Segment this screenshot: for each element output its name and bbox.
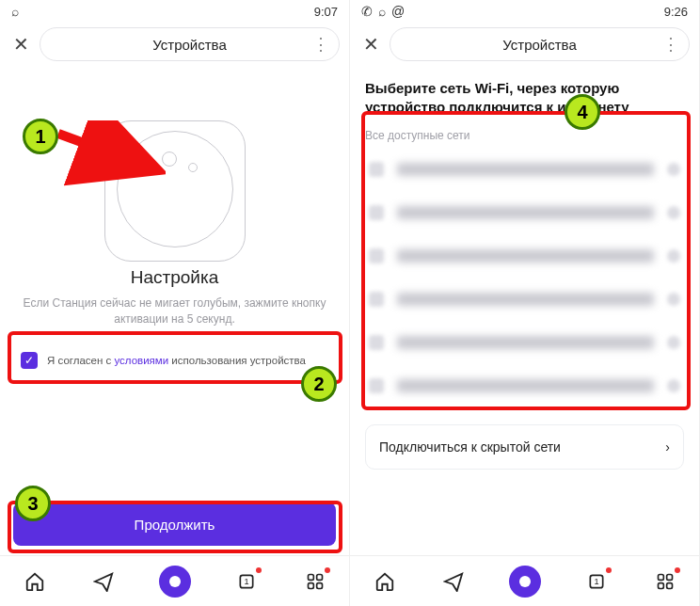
status-time: 9:07 [314,5,338,19]
network-item[interactable] [365,364,684,407]
nav-send-icon[interactable] [90,568,117,595]
svg-line-14 [58,134,151,167]
network-name [397,163,654,176]
network-item[interactable] [365,278,684,321]
header-title-pill[interactable]: Устройства ⋮ [390,27,690,61]
nav-home-icon[interactable] [22,568,48,595]
nav-alice-icon[interactable] [509,566,541,598]
nav-apps-icon[interactable] [302,568,328,595]
terms-row[interactable]: ✓ Я согласен с условиями использования у… [15,344,334,376]
continue-button[interactable]: Продолжить [13,502,336,546]
svg-text:1: 1 [594,577,598,586]
close-icon[interactable]: ✕ [9,33,32,56]
network-name [397,379,654,392]
body-right: Выберите сеть Wi-Fi, через которую устро… [350,66,699,555]
status-icons-left: ✆ ⌕ @ [361,4,405,19]
hidden-network-button[interactable]: Подключиться к скрытой сети › [365,424,684,470]
svg-rect-5 [308,582,313,588]
svg-rect-3 [308,574,313,580]
network-item[interactable] [365,148,684,191]
info-icon[interactable] [667,249,680,263]
status-bar: ✆ ⌕ @ 9:26 [350,0,699,23]
network-item[interactable] [365,234,684,278]
svg-rect-10 [658,574,663,580]
svg-rect-4 [316,574,322,580]
app-header: ✕ Устройства ⋮ [0,23,349,66]
svg-point-0 [169,576,181,587]
wifi-icon [369,248,384,263]
status-icons-left: ⌕ [11,4,19,19]
wifi-icon [369,205,384,220]
info-icon[interactable] [667,293,680,306]
status-time: 9:26 [664,5,688,19]
network-name [397,336,654,349]
whatsapp-icon: ⌕ [11,4,19,19]
wifi-icon [369,335,384,350]
more-icon[interactable]: ⋮ [312,34,329,55]
terms-link[interactable]: условиями [114,355,168,366]
nav-send-icon[interactable] [440,568,467,595]
network-list [365,148,684,407]
info-icon[interactable] [667,206,680,219]
info-icon[interactable] [667,379,680,392]
annotation-badge-2: 2 [301,366,337,402]
phone-icon: ✆ [361,4,373,19]
nav-tabs-icon[interactable]: 1 [583,568,610,595]
phone-right: ✆ ⌕ @ 9:26 ✕ Устройства ⋮ Выберите сеть … [350,0,700,606]
network-item[interactable] [365,321,684,364]
annotation-badge-4: 4 [565,94,600,130]
info-icon[interactable] [667,163,680,176]
info-icon[interactable] [667,336,680,349]
annotation-arrow [53,120,166,186]
svg-rect-6 [316,582,322,588]
wifi-icon [369,378,384,393]
annotation-badge-3: 3 [15,486,51,521]
wifi-icon [369,162,384,177]
wifi-all-networks-label: Все доступные сети [365,129,684,142]
header-title-pill[interactable]: Устройства ⋮ [40,27,340,61]
more-icon[interactable]: ⋮ [662,34,679,55]
bottom-nav: 1 [0,555,349,606]
header-title: Устройства [152,37,226,53]
svg-rect-13 [666,582,672,588]
nav-home-icon[interactable] [372,568,398,595]
svg-rect-11 [666,574,672,580]
setup-subtitle: Если Станция сейчас не мигает голубым, з… [23,295,326,327]
chevron-right-icon: › [665,439,670,454]
bottom-nav: 1 [350,555,699,606]
whatsapp-icon: ⌕ [378,4,386,19]
svg-text:1: 1 [244,577,248,586]
nav-alice-icon[interactable] [159,566,191,598]
svg-point-7 [519,576,531,587]
close-icon[interactable]: ✕ [359,33,382,56]
setup-title: Настройка [15,267,334,288]
network-name [397,293,654,306]
at-icon: @ [391,4,405,19]
svg-rect-12 [658,582,663,588]
network-name [397,206,654,219]
network-item[interactable] [365,191,684,234]
nav-tabs-icon[interactable]: 1 [233,568,260,595]
annotation-badge-1: 1 [23,119,58,154]
nav-apps-icon[interactable] [652,568,678,595]
terms-text: Я согласен с условиями использования уст… [47,355,306,366]
wifi-heading: Выберите сеть Wi-Fi, через которую устро… [365,73,684,121]
header-title: Устройства [502,37,576,53]
app-header: ✕ Устройства ⋮ [350,23,699,66]
network-name [397,249,654,263]
status-bar: ⌕ 9:07 [0,0,349,23]
wifi-icon [369,292,384,307]
phone-left: ⌕ 9:07 ✕ Устройства ⋮ Настройка Если Ста… [0,0,350,606]
terms-checkbox[interactable]: ✓ [21,352,38,369]
